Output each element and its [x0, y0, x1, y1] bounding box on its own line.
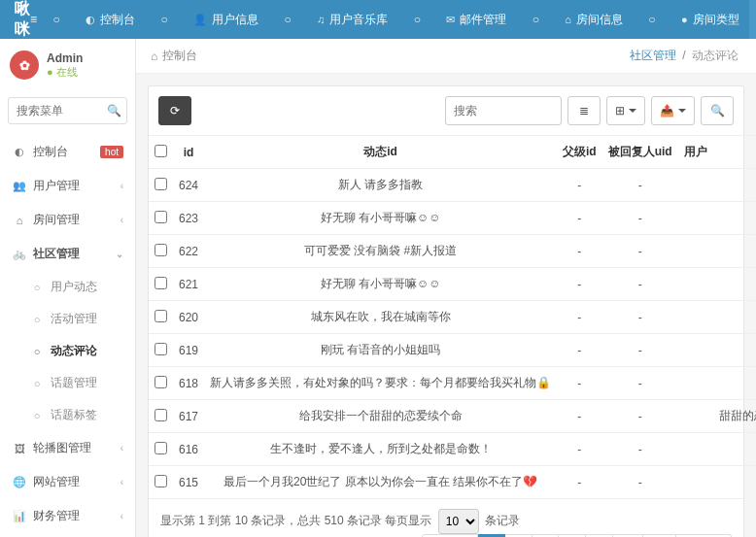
- separator-icon: ○: [397, 0, 436, 39]
- link-label: 房间类型: [693, 12, 739, 28]
- link-icon: ✉: [446, 14, 455, 26]
- link-icon: ♫: [317, 14, 325, 25]
- link-label: 邮件管理: [460, 12, 506, 28]
- topbar: 啾咪 ≡ ○◐控制台○👤用户信息○♫用户音乐库○✉邮件管理○⌂房间信息○●房间类…: [0, 0, 756, 39]
- brand: 啾咪: [0, 0, 30, 39]
- link-icon: ⌂: [565, 14, 571, 25]
- top-link-2[interactable]: ♫用户音乐库: [307, 0, 397, 39]
- separator-icon: ○: [145, 0, 184, 39]
- link-icon: ●: [681, 14, 688, 25]
- link-label: 用户音乐库: [329, 12, 388, 28]
- top-link-0[interactable]: ◐控制台: [76, 0, 145, 39]
- link-icon: ◐: [86, 14, 95, 26]
- separator-icon: ○: [516, 0, 555, 39]
- top-link-4[interactable]: ⌂房间信息: [555, 0, 633, 39]
- separator-icon: ○: [37, 0, 76, 39]
- link-icon: 👤: [193, 14, 207, 26]
- dropdown-menu-icon[interactable]: ≡: [749, 0, 756, 39]
- menu-toggle-icon[interactable]: ≡: [30, 0, 37, 39]
- separator-icon: ○: [633, 0, 671, 39]
- link-label: 房间信息: [576, 12, 623, 28]
- top-link-1[interactable]: 👤用户信息: [184, 0, 268, 39]
- top-link-3[interactable]: ✉邮件管理: [436, 0, 516, 39]
- separator-icon: ○: [268, 0, 307, 39]
- link-label: 用户信息: [212, 12, 258, 28]
- top-link-5[interactable]: ●房间类型: [671, 0, 749, 39]
- link-label: 控制台: [100, 12, 135, 28]
